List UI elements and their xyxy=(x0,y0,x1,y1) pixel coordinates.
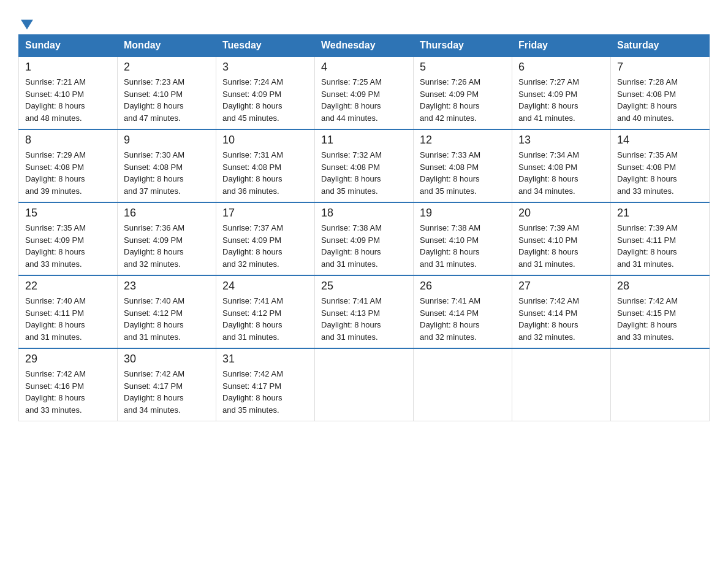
day-number: 29 xyxy=(25,353,111,366)
calendar-cell: 7 Sunrise: 7:28 AM Sunset: 4:08 PM Dayli… xyxy=(611,56,710,129)
day-number: 18 xyxy=(321,207,407,220)
day-info: Sunrise: 7:27 AM Sunset: 4:09 PM Dayligh… xyxy=(518,76,604,124)
day-number: 19 xyxy=(420,207,506,220)
calendar-week-1: 1 Sunrise: 7:21 AM Sunset: 4:10 PM Dayli… xyxy=(19,56,710,129)
day-number: 28 xyxy=(617,280,703,293)
calendar-cell: 22 Sunrise: 7:40 AM Sunset: 4:11 PM Dayl… xyxy=(19,275,118,348)
day-number: 10 xyxy=(222,134,308,147)
day-number: 17 xyxy=(222,207,308,220)
day-info: Sunrise: 7:39 AM Sunset: 4:10 PM Dayligh… xyxy=(518,222,604,270)
day-number: 14 xyxy=(617,134,703,147)
calendar-week-4: 22 Sunrise: 7:40 AM Sunset: 4:11 PM Dayl… xyxy=(19,275,710,348)
day-info: Sunrise: 7:31 AM Sunset: 4:08 PM Dayligh… xyxy=(222,149,308,197)
day-number: 9 xyxy=(124,134,210,147)
calendar-week-5: 29 Sunrise: 7:42 AM Sunset: 4:16 PM Dayl… xyxy=(19,348,710,421)
calendar-table: SundayMondayTuesdayWednesdayThursdayFrid… xyxy=(18,34,710,421)
day-number: 3 xyxy=(222,61,308,74)
calendar-cell: 24 Sunrise: 7:41 AM Sunset: 4:12 PM Dayl… xyxy=(216,275,315,348)
day-info: Sunrise: 7:42 AM Sunset: 4:16 PM Dayligh… xyxy=(25,368,111,416)
calendar-cell: 21 Sunrise: 7:39 AM Sunset: 4:11 PM Dayl… xyxy=(611,202,710,275)
day-number: 4 xyxy=(321,61,407,74)
calendar-cell: 26 Sunrise: 7:41 AM Sunset: 4:14 PM Dayl… xyxy=(414,275,512,348)
calendar-cell: 30 Sunrise: 7:42 AM Sunset: 4:17 PM Dayl… xyxy=(118,348,216,421)
day-number: 30 xyxy=(124,353,210,366)
page-header xyxy=(18,12,710,28)
calendar-cell: 31 Sunrise: 7:42 AM Sunset: 4:17 PM Dayl… xyxy=(216,348,315,421)
day-info: Sunrise: 7:35 AM Sunset: 4:08 PM Dayligh… xyxy=(617,149,703,197)
day-info: Sunrise: 7:33 AM Sunset: 4:08 PM Dayligh… xyxy=(420,149,506,197)
calendar-cell: 4 Sunrise: 7:25 AM Sunset: 4:09 PM Dayli… xyxy=(315,56,414,129)
header-tuesday: Tuesday xyxy=(216,35,315,57)
calendar-cell: 8 Sunrise: 7:29 AM Sunset: 4:08 PM Dayli… xyxy=(19,129,118,202)
day-number: 13 xyxy=(518,134,604,147)
header-wednesday: Wednesday xyxy=(315,35,414,57)
day-info: Sunrise: 7:40 AM Sunset: 4:11 PM Dayligh… xyxy=(25,295,111,343)
day-number: 24 xyxy=(222,280,308,293)
calendar-cell: 12 Sunrise: 7:33 AM Sunset: 4:08 PM Dayl… xyxy=(414,129,512,202)
calendar-cell: 10 Sunrise: 7:31 AM Sunset: 4:08 PM Dayl… xyxy=(216,129,315,202)
calendar-cell: 16 Sunrise: 7:36 AM Sunset: 4:09 PM Dayl… xyxy=(118,202,216,275)
day-info: Sunrise: 7:42 AM Sunset: 4:17 PM Dayligh… xyxy=(222,368,308,416)
calendar-week-2: 8 Sunrise: 7:29 AM Sunset: 4:08 PM Dayli… xyxy=(19,129,710,202)
day-number: 2 xyxy=(124,61,210,74)
day-info: Sunrise: 7:28 AM Sunset: 4:08 PM Dayligh… xyxy=(617,76,703,124)
calendar-cell: 15 Sunrise: 7:35 AM Sunset: 4:09 PM Dayl… xyxy=(19,202,118,275)
day-number: 31 xyxy=(222,353,308,366)
day-info: Sunrise: 7:34 AM Sunset: 4:08 PM Dayligh… xyxy=(518,149,604,197)
day-number: 16 xyxy=(124,207,210,220)
header-monday: Monday xyxy=(118,35,216,57)
calendar-cell: 14 Sunrise: 7:35 AM Sunset: 4:08 PM Dayl… xyxy=(611,129,710,202)
day-info: Sunrise: 7:32 AM Sunset: 4:08 PM Dayligh… xyxy=(321,149,407,197)
header-friday: Friday xyxy=(512,35,611,57)
calendar-cell xyxy=(414,348,512,421)
calendar-cell: 17 Sunrise: 7:37 AM Sunset: 4:09 PM Dayl… xyxy=(216,202,315,275)
day-number: 27 xyxy=(518,280,604,293)
day-number: 7 xyxy=(617,61,703,74)
logo-arrow-icon xyxy=(21,20,33,29)
day-info: Sunrise: 7:42 AM Sunset: 4:14 PM Dayligh… xyxy=(518,295,604,343)
day-number: 20 xyxy=(518,207,604,220)
day-number: 8 xyxy=(25,134,111,147)
day-info: Sunrise: 7:21 AM Sunset: 4:10 PM Dayligh… xyxy=(25,76,111,124)
calendar-cell: 27 Sunrise: 7:42 AM Sunset: 4:14 PM Dayl… xyxy=(512,275,611,348)
day-info: Sunrise: 7:42 AM Sunset: 4:17 PM Dayligh… xyxy=(124,368,210,416)
day-info: Sunrise: 7:41 AM Sunset: 4:13 PM Dayligh… xyxy=(321,295,407,343)
day-info: Sunrise: 7:41 AM Sunset: 4:12 PM Dayligh… xyxy=(222,295,308,343)
header-sunday: Sunday xyxy=(19,35,118,57)
day-info: Sunrise: 7:25 AM Sunset: 4:09 PM Dayligh… xyxy=(321,76,407,124)
day-info: Sunrise: 7:42 AM Sunset: 4:15 PM Dayligh… xyxy=(617,295,703,343)
day-number: 15 xyxy=(25,207,111,220)
day-info: Sunrise: 7:39 AM Sunset: 4:11 PM Dayligh… xyxy=(617,222,703,270)
day-number: 11 xyxy=(321,134,407,147)
day-info: Sunrise: 7:40 AM Sunset: 4:12 PM Dayligh… xyxy=(124,295,210,343)
day-number: 12 xyxy=(420,134,506,147)
calendar-cell: 23 Sunrise: 7:40 AM Sunset: 4:12 PM Dayl… xyxy=(118,275,216,348)
day-info: Sunrise: 7:35 AM Sunset: 4:09 PM Dayligh… xyxy=(25,222,111,270)
day-info: Sunrise: 7:38 AM Sunset: 4:10 PM Dayligh… xyxy=(420,222,506,270)
calendar-cell: 11 Sunrise: 7:32 AM Sunset: 4:08 PM Dayl… xyxy=(315,129,414,202)
logo xyxy=(18,12,33,28)
calendar-cell: 28 Sunrise: 7:42 AM Sunset: 4:15 PM Dayl… xyxy=(611,275,710,348)
day-info: Sunrise: 7:24 AM Sunset: 4:09 PM Dayligh… xyxy=(222,76,308,124)
calendar-cell: 2 Sunrise: 7:23 AM Sunset: 4:10 PM Dayli… xyxy=(118,56,216,129)
calendar-cell: 29 Sunrise: 7:42 AM Sunset: 4:16 PM Dayl… xyxy=(19,348,118,421)
day-info: Sunrise: 7:23 AM Sunset: 4:10 PM Dayligh… xyxy=(124,76,210,124)
day-number: 6 xyxy=(518,61,604,74)
calendar-cell: 9 Sunrise: 7:30 AM Sunset: 4:08 PM Dayli… xyxy=(118,129,216,202)
calendar-cell: 19 Sunrise: 7:38 AM Sunset: 4:10 PM Dayl… xyxy=(414,202,512,275)
calendar-cell xyxy=(512,348,611,421)
day-info: Sunrise: 7:38 AM Sunset: 4:09 PM Dayligh… xyxy=(321,222,407,270)
calendar-week-3: 15 Sunrise: 7:35 AM Sunset: 4:09 PM Dayl… xyxy=(19,202,710,275)
day-number: 1 xyxy=(25,61,111,74)
calendar-cell: 18 Sunrise: 7:38 AM Sunset: 4:09 PM Dayl… xyxy=(315,202,414,275)
day-number: 23 xyxy=(124,280,210,293)
header-saturday: Saturday xyxy=(611,35,710,57)
day-info: Sunrise: 7:30 AM Sunset: 4:08 PM Dayligh… xyxy=(124,149,210,197)
day-number: 21 xyxy=(617,207,703,220)
day-info: Sunrise: 7:41 AM Sunset: 4:14 PM Dayligh… xyxy=(420,295,506,343)
calendar-cell: 20 Sunrise: 7:39 AM Sunset: 4:10 PM Dayl… xyxy=(512,202,611,275)
calendar-cell: 6 Sunrise: 7:27 AM Sunset: 4:09 PM Dayli… xyxy=(512,56,611,129)
day-number: 25 xyxy=(321,280,407,293)
day-info: Sunrise: 7:29 AM Sunset: 4:08 PM Dayligh… xyxy=(25,149,111,197)
day-number: 5 xyxy=(420,61,506,74)
